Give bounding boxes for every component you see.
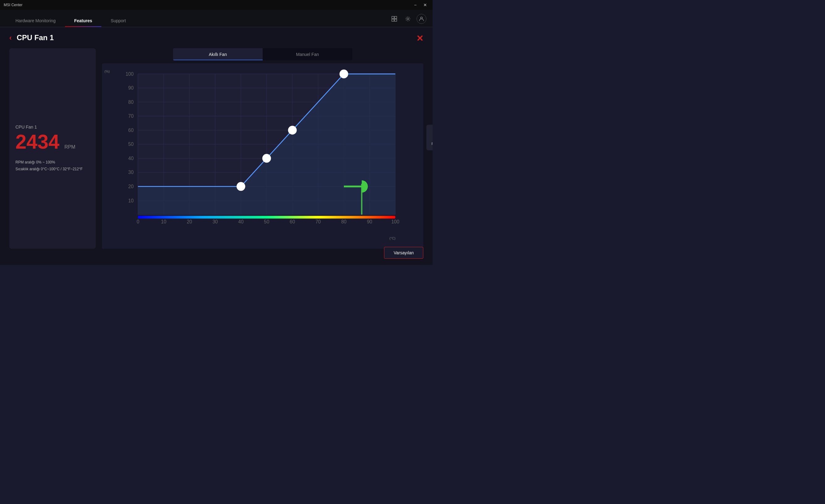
fan-settings-label: Fan Ayarı bbox=[432, 142, 433, 145]
svg-text:80: 80 bbox=[128, 99, 134, 104]
fan-rpm-unit: RPM bbox=[64, 144, 75, 150]
svg-text:10: 10 bbox=[161, 219, 166, 224]
svg-text:40: 40 bbox=[128, 155, 134, 161]
svg-text:0: 0 bbox=[137, 219, 139, 224]
window-controls: − ✕ bbox=[411, 1, 429, 9]
content-area: CPU Fan 1 2434 RPM RPM aralığı 0% ~ 100%… bbox=[9, 48, 423, 249]
user-icon bbox=[419, 16, 424, 22]
page-header: ‹ CPU Fan 1 bbox=[9, 33, 423, 42]
svg-rect-0 bbox=[392, 16, 394, 18]
left-panel: CPU Fan 1 2434 RPM RPM aralığı 0% ~ 100%… bbox=[9, 48, 96, 249]
fan-label: CPU Fan 1 bbox=[15, 125, 90, 130]
grid-icon bbox=[391, 16, 397, 22]
window-close-button[interactable]: ✕ bbox=[422, 1, 429, 9]
svg-text:80: 80 bbox=[341, 219, 347, 224]
right-panel: Akıllı Fan Manuel Fan (%) (°C) bbox=[102, 48, 423, 249]
control-point-1[interactable] bbox=[237, 182, 245, 190]
svg-text:50: 50 bbox=[128, 142, 134, 147]
svg-text:50: 50 bbox=[264, 219, 270, 224]
mode-selector: Akıllı Fan Manuel Fan bbox=[173, 48, 352, 60]
control-point-2[interactable] bbox=[262, 154, 270, 162]
control-point-4[interactable] bbox=[340, 70, 348, 78]
chart-y-label: (%) bbox=[104, 70, 110, 73]
fan-ranges: RPM aralığı 0% ~ 100% Sıcaklık aralığı 0… bbox=[15, 159, 90, 172]
grid-view-button[interactable] bbox=[389, 14, 399, 24]
svg-text:70: 70 bbox=[315, 219, 321, 224]
svg-text:90: 90 bbox=[367, 219, 372, 224]
svg-text:90: 90 bbox=[128, 85, 134, 90]
svg-text:30: 30 bbox=[213, 219, 218, 224]
nav-tabs: Hardware Monitoring Features Support bbox=[6, 10, 135, 27]
svg-text:30: 30 bbox=[128, 170, 134, 175]
main-content: ‹ CPU Fan 1 ✕ CPU Fan 1 2434 RPM RPM ara… bbox=[0, 27, 433, 265]
svg-rect-2 bbox=[392, 19, 394, 21]
control-point-3[interactable] bbox=[289, 126, 296, 134]
svg-text:20: 20 bbox=[128, 184, 134, 189]
gear-icon bbox=[405, 16, 411, 22]
chart-x-label: (°C) bbox=[389, 236, 395, 240]
svg-point-4 bbox=[407, 18, 409, 20]
svg-text:20: 20 bbox=[186, 219, 192, 224]
fan-rpm-value: 2434 bbox=[15, 132, 59, 152]
default-button[interactable]: Varsayılan bbox=[384, 247, 423, 259]
tab-hardware-monitoring[interactable]: Hardware Monitoring bbox=[6, 10, 65, 27]
svg-text:60: 60 bbox=[128, 127, 134, 133]
tab-support[interactable]: Support bbox=[101, 10, 135, 27]
nav-bar: Hardware Monitoring Features Support bbox=[0, 10, 433, 27]
svg-text:100: 100 bbox=[126, 71, 134, 76]
svg-text:60: 60 bbox=[290, 219, 295, 224]
fan-settings-button[interactable]: ✳ Fan Ayarı bbox=[427, 125, 433, 150]
nav-icon-group bbox=[389, 14, 427, 27]
svg-text:100: 100 bbox=[391, 219, 399, 224]
page-close-button[interactable]: ✕ bbox=[416, 33, 423, 44]
fan-curve-chart: 100 90 80 70 60 50 40 30 20 10 0 10 20 3… bbox=[121, 70, 417, 236]
svg-text:40: 40 bbox=[238, 219, 244, 224]
svg-point-5 bbox=[421, 17, 423, 19]
svg-rect-50 bbox=[138, 216, 395, 218]
svg-rect-1 bbox=[394, 16, 397, 18]
page-title: CPU Fan 1 bbox=[17, 33, 54, 42]
svg-text:70: 70 bbox=[128, 114, 134, 119]
svg-rect-3 bbox=[394, 19, 397, 21]
svg-text:10: 10 bbox=[128, 198, 134, 203]
tab-features[interactable]: Features bbox=[65, 10, 101, 27]
app-title: MSI Center bbox=[4, 3, 22, 7]
manual-fan-mode-button[interactable]: Manuel Fan bbox=[262, 48, 352, 60]
minimize-button[interactable]: − bbox=[411, 1, 419, 9]
title-bar: MSI Center − ✕ bbox=[0, 0, 433, 10]
back-button[interactable]: ‹ bbox=[9, 33, 12, 42]
user-button[interactable] bbox=[417, 14, 427, 24]
chart-container: (%) (°C) bbox=[102, 63, 423, 249]
settings-button[interactable] bbox=[403, 14, 413, 24]
smart-fan-mode-button[interactable]: Akıllı Fan bbox=[173, 48, 262, 60]
